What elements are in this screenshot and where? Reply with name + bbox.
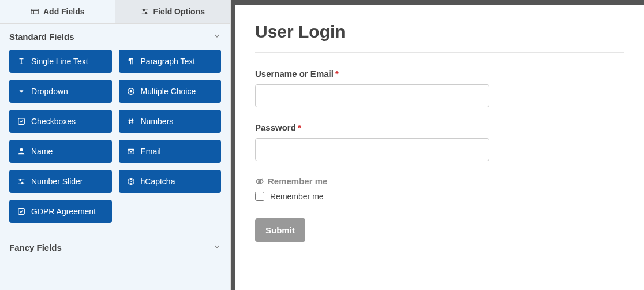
field-email[interactable]: Email — [119, 140, 222, 163]
field-label: Checkboxes — [31, 117, 76, 126]
remember-checkbox-row: Remember me — [255, 192, 624, 201]
field-name[interactable]: Name — [9, 140, 112, 163]
svg-marker-10 — [20, 90, 24, 92]
field-multiple-choice[interactable]: Multiple Choice — [119, 80, 222, 103]
field-gdpr-agreement[interactable]: GDPR Agreement — [9, 200, 112, 223]
sidebar: Add Fields Field Options Standard Fields… — [0, 0, 231, 290]
submit-button[interactable]: Submit — [255, 218, 305, 242]
password-input[interactable] — [255, 138, 489, 161]
field-paragraph-text[interactable]: Paragraph Text — [119, 50, 222, 73]
required-mark: * — [298, 122, 301, 132]
field-label: Single Line Text — [31, 57, 88, 66]
mail-icon — [127, 147, 135, 155]
tab-add-fields[interactable]: Add Fields — [0, 0, 115, 23]
tab-label: Add Fields — [43, 7, 85, 16]
field-label: Multiple Choice — [141, 87, 196, 96]
field-label: Paragraph Text — [141, 57, 196, 66]
text-icon — [17, 57, 25, 65]
section-fancy-fields[interactable]: Fancy Fields — [0, 235, 230, 261]
field-label: Email — [141, 147, 161, 156]
field-number-slider[interactable]: Number Slider — [9, 170, 112, 193]
field-label: Name — [31, 147, 53, 156]
check-icon — [17, 207, 25, 215]
svg-point-25 — [130, 183, 131, 184]
svg-line-16 — [129, 119, 130, 124]
field-password[interactable]: Password* — [255, 122, 624, 161]
radio-icon — [127, 87, 135, 95]
remember-label: Remember me — [270, 192, 324, 201]
field-label: GDPR Agreement — [31, 207, 96, 216]
field-numbers[interactable]: Numbers — [119, 110, 222, 133]
password-label: Password* — [255, 122, 624, 132]
section-standard-fields[interactable]: Standard Fields — [0, 24, 230, 50]
svg-point-23 — [21, 182, 23, 184]
hash-icon — [127, 117, 135, 125]
form-preview: User Login Username or Email* Password* … — [235, 5, 644, 290]
form-title: User Login — [255, 22, 624, 42]
field-single-line-text[interactable]: Single Line Text — [9, 50, 112, 73]
svg-point-6 — [145, 12, 147, 14]
username-input[interactable] — [255, 84, 489, 107]
required-mark: * — [335, 69, 339, 79]
section-title: Standard Fields — [9, 32, 74, 42]
eye-off-icon — [255, 177, 264, 186]
sliders-icon — [141, 8, 149, 16]
label-text: Password — [255, 122, 296, 132]
field-label: Dropdown — [31, 87, 68, 96]
remember-header-text: Remember me — [268, 176, 327, 186]
pilcrow-icon — [127, 57, 135, 65]
field-checkboxes[interactable]: Checkboxes — [9, 110, 112, 133]
caret-down-icon — [17, 87, 25, 95]
tab-field-options[interactable]: Field Options — [115, 0, 231, 23]
tabs: Add Fields Field Options — [0, 0, 230, 24]
field-username[interactable]: Username or Email* — [255, 69, 624, 107]
svg-line-17 — [132, 119, 132, 124]
standard-fields-grid: Single Line Text Paragraph Text Dropdown… — [0, 50, 230, 235]
remember-header: Remember me — [255, 176, 624, 186]
field-hcaptcha[interactable]: hCaptcha — [119, 170, 222, 193]
user-icon — [17, 147, 25, 155]
remember-checkbox[interactable] — [255, 192, 264, 201]
svg-point-12 — [130, 90, 132, 92]
check-icon — [17, 117, 25, 125]
preview-area: User Login Username or Email* Password* … — [231, 0, 644, 290]
tab-label: Field Options — [153, 7, 205, 16]
field-label: hCaptcha — [141, 177, 175, 186]
svg-point-5 — [143, 9, 144, 11]
username-label: Username or Email* — [255, 69, 624, 79]
chevron-down-icon — [213, 243, 221, 252]
label-text: Username or Email — [255, 69, 334, 79]
help-icon — [127, 177, 135, 185]
chevron-down-icon — [213, 32, 221, 42]
field-label: Number Slider — [31, 177, 83, 186]
svg-point-22 — [20, 179, 21, 181]
divider — [255, 52, 624, 53]
sliders-icon — [17, 177, 25, 185]
svg-point-18 — [20, 148, 23, 151]
layout-icon — [31, 8, 39, 16]
section-title: Fancy Fields — [9, 243, 62, 252]
field-label: Numbers — [141, 117, 174, 126]
field-dropdown[interactable]: Dropdown — [9, 80, 112, 103]
svg-rect-0 — [31, 9, 38, 14]
